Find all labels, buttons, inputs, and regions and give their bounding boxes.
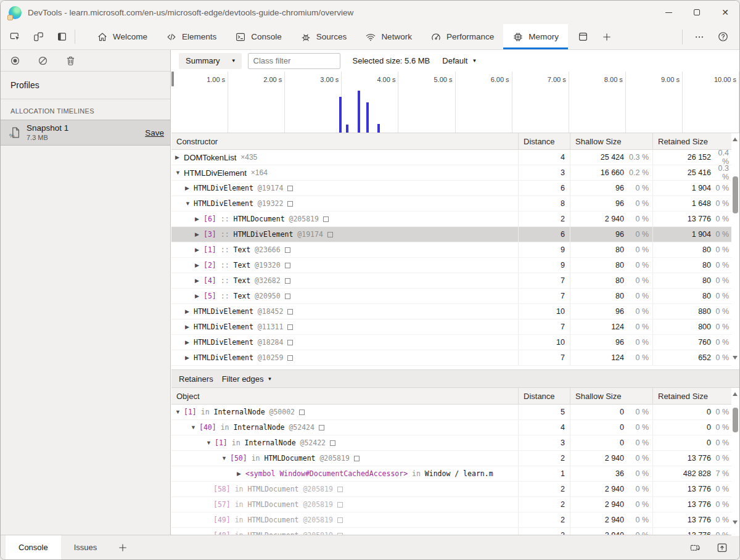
retainer-row[interactable]: ▼[1] in InternalNode @52422300 %00 % — [171, 435, 739, 451]
reveal-icon[interactable] — [327, 232, 333, 237]
expander-icon[interactable]: ▶ — [195, 293, 204, 299]
expander-icon[interactable]: ▶ — [175, 154, 184, 160]
reveal-icon[interactable] — [287, 324, 293, 330]
retainer-row[interactable]: [49] in HTMLDocument @20581922 9400 %13 … — [171, 513, 739, 528]
expander-icon[interactable]: ▶ — [185, 324, 194, 330]
reveal-icon[interactable] — [285, 263, 290, 268]
device-refresh-button[interactable] — [689, 541, 701, 554]
reveal-icon[interactable] — [330, 440, 335, 446]
reveal-icon[interactable] — [287, 201, 293, 207]
constructor-row[interactable]: ▶[3] :: HTMLDivElement @191746960 %1 904… — [171, 227, 739, 242]
drawer-tab-issues[interactable]: Issues — [61, 535, 110, 559]
expander-icon[interactable]: ▶ — [195, 262, 204, 268]
column-header-shallow-size[interactable]: Shallow Size — [570, 388, 652, 404]
constructor-row[interactable]: ▶HTMLDivElement @1828410960 %7600 % — [171, 335, 739, 350]
delete-profile-button[interactable] — [65, 55, 76, 67]
constructor-row[interactable]: ▼HTMLDivElement @193228960 %1 6480 % — [171, 196, 739, 212]
add-drawer-tab-button[interactable] — [117, 542, 128, 553]
reveal-icon[interactable] — [285, 247, 290, 253]
reveal-icon[interactable] — [287, 340, 293, 345]
reveal-icon[interactable] — [337, 517, 343, 523]
filter-edges-select[interactable]: Filter edges ▼ — [222, 374, 273, 384]
scroll-down-icon[interactable] — [733, 356, 738, 360]
activity-bar-toggle-button[interactable] — [50, 24, 73, 49]
expander-icon[interactable]: ▶ — [185, 339, 194, 345]
reveal-icon[interactable] — [299, 410, 305, 415]
expander-icon[interactable]: ▶ — [195, 278, 204, 284]
minimize-button[interactable] — [654, 1, 683, 24]
reveal-icon[interactable] — [337, 487, 343, 492]
column-header-distance[interactable]: Distance — [518, 388, 570, 404]
constructor-row[interactable]: ▶HTMLDivElement @1845210960 %8800 % — [171, 304, 739, 319]
expander-icon[interactable]: ▶ — [185, 355, 194, 361]
inspect-button[interactable] — [3, 24, 27, 49]
constructor-row[interactable]: ▶HTMLDivElement @1131171240 %8000 % — [171, 319, 739, 335]
scroll-up-icon[interactable] — [733, 138, 738, 141]
reveal-icon[interactable] — [319, 425, 324, 430]
column-header-object[interactable]: Object — [171, 388, 518, 404]
tab-network[interactable]: Network — [356, 24, 421, 49]
tab-console[interactable]: Console — [226, 24, 291, 49]
tab-performance[interactable]: Performance — [421, 24, 503, 49]
save-link[interactable]: Save — [145, 128, 164, 138]
scrollbar-thumb[interactable] — [733, 176, 738, 213]
expand-drawer-button[interactable] — [716, 541, 728, 554]
scrollbar-thumb[interactable] — [733, 408, 738, 432]
expander-icon[interactable]: ▶ — [195, 216, 204, 222]
retainer-row[interactable]: ▼[40] in InternalNode @52424400 %00 % — [171, 420, 739, 435]
expander-icon[interactable]: ▶ — [195, 247, 204, 253]
constructor-row[interactable]: ▶[1] :: Text @236669800 %800 % — [171, 242, 739, 258]
expander-icon[interactable]: ▶ — [237, 471, 245, 477]
expander-icon[interactable]: ▼ — [221, 455, 230, 461]
panel-box-button[interactable] — [572, 24, 595, 49]
tab-sources[interactable]: Sources — [291, 24, 356, 49]
reveal-icon[interactable] — [287, 186, 293, 191]
reveal-icon[interactable] — [287, 309, 293, 315]
help-button[interactable] — [711, 31, 734, 43]
expander-icon[interactable]: ▼ — [191, 424, 199, 430]
constructor-row[interactable]: ▶DOMTokenList×435425 4240.3 %26 1520.4 % — [171, 150, 739, 165]
node-filter-select[interactable]: Default ▼ — [442, 56, 477, 65]
retainer-row[interactable]: ▼[50] in HTMLDocument @20581922 9400 %13… — [171, 451, 739, 466]
constructor-row[interactable]: ▶HTMLDivElement @1025971240 %6520 % — [171, 350, 739, 366]
scroll-down-icon[interactable] — [733, 521, 738, 524]
reveal-icon[interactable] — [287, 355, 293, 361]
drawer-tab-console[interactable]: Console — [6, 535, 61, 559]
clear-profiles-button[interactable] — [37, 55, 49, 67]
expander-icon[interactable]: ▶ — [185, 185, 194, 191]
expander-icon[interactable]: ▼ — [185, 200, 194, 207]
class-filter-input[interactable] — [248, 53, 340, 69]
expander-icon[interactable]: ▼ — [175, 170, 184, 176]
device-emulation-button[interactable] — [27, 24, 50, 49]
expander-icon[interactable]: ▼ — [175, 409, 184, 415]
close-button[interactable]: ✕ — [711, 1, 739, 24]
reveal-icon[interactable] — [285, 294, 290, 299]
record-heap-button[interactable] — [9, 55, 21, 67]
constructor-row[interactable]: ▶[4] :: Text @326827800 %800 % — [171, 273, 739, 289]
reveal-icon[interactable] — [337, 502, 343, 508]
column-header-retained-size[interactable]: Retained Size — [652, 133, 739, 149]
constructor-row[interactable]: ▶HTMLDivElement @191746960 %1 9040 % — [171, 181, 739, 196]
tab-welcome[interactable]: Welcome — [88, 24, 157, 49]
reveal-icon[interactable] — [285, 278, 290, 284]
retainer-row[interactable]: [58] in HTMLDocument @20581922 9400 %13 … — [171, 482, 739, 497]
tab-memory[interactable]: Memory — [503, 24, 568, 49]
column-header-shallow-size[interactable]: Shallow Size — [570, 133, 652, 149]
column-header-distance[interactable]: Distance — [518, 133, 570, 149]
constructor-row[interactable]: ▼HTMLDivElement×164316 6600.2 %25 4160.3… — [171, 165, 739, 181]
reveal-icon[interactable] — [354, 456, 360, 461]
add-panel-button[interactable] — [595, 24, 619, 49]
constructor-scrollbar[interactable] — [731, 133, 739, 366]
retainer-row[interactable]: ▶<symbol Window#DocumentCachedAccessor> … — [171, 466, 739, 482]
retainers-scrollbar[interactable] — [731, 388, 739, 536]
timeline-left-grip[interactable] — [171, 72, 174, 86]
retainer-row[interactable]: ▼[1] in InternalNode @50002500 %00 % — [171, 405, 739, 420]
constructor-row[interactable]: ▶[6] :: HTMLDocument @20581922 9400 %13 … — [171, 212, 739, 227]
more-options-button[interactable] — [688, 31, 711, 43]
retainer-row[interactable]: [57] in HTMLDocument @20581922 9400 %13 … — [171, 497, 739, 513]
expander-icon[interactable]: ▶ — [185, 308, 194, 315]
column-header-constructor[interactable]: Constructor — [171, 133, 518, 149]
scroll-up-icon[interactable] — [733, 392, 738, 396]
constructor-row[interactable]: ▶[5] :: Text @209507800 %800 % — [171, 289, 739, 304]
expander-icon[interactable]: ▶ — [195, 231, 204, 237]
